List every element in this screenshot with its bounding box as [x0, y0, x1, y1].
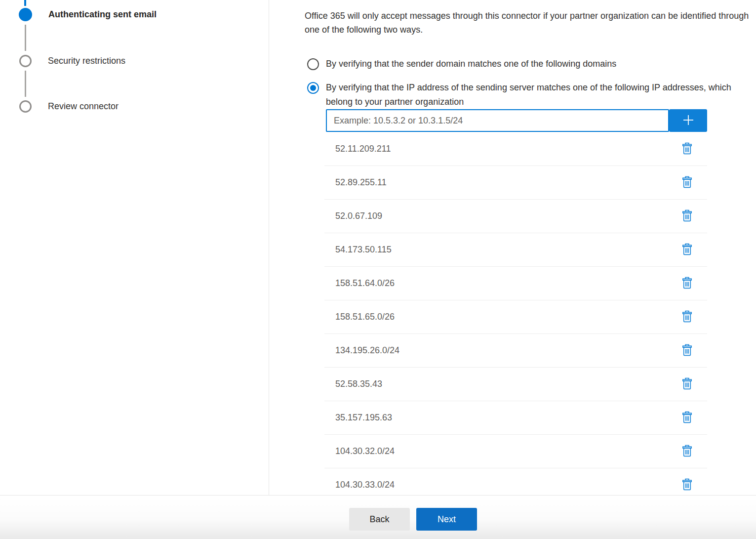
ip-address-value: 104.30.32.0/24 [335, 446, 680, 456]
ip-list-item: 52.0.67.109 [324, 200, 707, 233]
ip-list-item: 52.11.209.211 [324, 132, 707, 166]
radio-option-label: By verifying that the IP address of the … [326, 81, 732, 109]
step-authenticating-sent-email[interactable]: Authenticating sent email [19, 8, 157, 21]
step-label: Security restrictions [48, 56, 125, 66]
connector-wizard-page: Authenticating sent email Security restr… [0, 0, 756, 539]
ip-entry-row [326, 109, 707, 132]
delete-ip-button[interactable] [680, 277, 693, 290]
ip-list-item: 52.89.255.11 [324, 166, 707, 200]
trash-icon [682, 478, 692, 492]
ip-address-input[interactable] [326, 109, 669, 132]
ip-list-item: 104.30.32.0/24 [324, 435, 707, 468]
step-review-connector[interactable]: Review connector [19, 100, 119, 113]
trash-icon [682, 209, 692, 223]
ip-list-item: 35.157.195.63 [324, 401, 707, 435]
delete-ip-button[interactable] [680, 445, 693, 458]
wizard-steps-panel: Authenticating sent email Security restr… [0, 0, 269, 495]
add-ip-button[interactable] [669, 109, 707, 132]
step-active-circle [19, 8, 32, 21]
intro-text: Office 365 will only accept messages thr… [305, 9, 754, 37]
stepper-connector [25, 71, 26, 97]
ip-list-item: 158.51.64.0/26 [324, 267, 707, 300]
step-circle [19, 55, 32, 67]
trash-icon [682, 142, 692, 156]
ip-list-item: 158.51.65.0/26 [324, 300, 707, 334]
ip-address-value: 52.89.255.11 [335, 177, 680, 188]
radio-option-sender-domain[interactable]: By verifying that the sender domain matc… [307, 58, 616, 73]
trash-icon [682, 277, 692, 290]
radio-selected-icon[interactable] [307, 82, 319, 94]
delete-ip-button[interactable] [680, 478, 693, 492]
radio-option-label: By verifying that the sender domain matc… [326, 57, 616, 71]
stepper-connector-top [24, 0, 26, 6]
ip-address-value: 52.11.209.211 [335, 144, 680, 154]
plus-icon [681, 113, 696, 129]
ip-address-value: 158.51.65.0/26 [335, 312, 680, 322]
ip-list-item: 134.195.26.0/24 [324, 334, 707, 368]
ip-list-item: 52.58.35.43 [324, 368, 707, 401]
next-button[interactable]: Next [416, 508, 477, 531]
trash-icon [682, 344, 692, 358]
delete-ip-button[interactable] [680, 377, 693, 391]
delete-ip-button[interactable] [680, 344, 693, 358]
delete-ip-button[interactable] [680, 310, 693, 324]
ip-list-item: 104.30.33.0/24 [324, 468, 707, 495]
trash-icon [682, 377, 692, 391]
trash-icon [682, 411, 692, 425]
ip-address-value: 104.30.33.0/24 [335, 480, 680, 490]
radio-unselected-icon[interactable] [307, 58, 319, 70]
ip-address-value: 54.173.50.115 [335, 245, 680, 255]
ip-address-list: 52.11.209.211 [324, 132, 707, 495]
step-label: Authenticating sent email [48, 9, 157, 20]
step-label: Review connector [48, 101, 119, 112]
delete-ip-button[interactable] [680, 243, 693, 257]
back-button[interactable]: Back [349, 508, 410, 531]
step-circle [19, 100, 32, 113]
ip-list-item: 54.173.50.115 [324, 233, 707, 267]
trash-icon [682, 310, 692, 324]
ip-address-value: 158.51.64.0/26 [335, 278, 680, 289]
ip-address-value: 52.58.35.43 [335, 379, 680, 389]
trash-icon [682, 243, 692, 257]
delete-ip-button[interactable] [680, 176, 693, 190]
ip-address-value: 134.195.26.0/24 [335, 345, 680, 356]
wizard-footer: Back Next [0, 495, 756, 539]
trash-icon [682, 176, 692, 190]
radio-option-ip-address[interactable]: By verifying that the IP address of the … [307, 82, 732, 111]
delete-ip-button[interactable] [680, 209, 693, 223]
step-security-restrictions[interactable]: Security restrictions [19, 55, 125, 67]
stepper-connector [25, 25, 26, 51]
delete-ip-button[interactable] [680, 411, 693, 425]
trash-icon [682, 445, 692, 458]
ip-address-value: 35.157.195.63 [335, 413, 680, 423]
delete-ip-button[interactable] [680, 142, 693, 156]
ip-address-value: 52.0.67.109 [335, 211, 680, 221]
